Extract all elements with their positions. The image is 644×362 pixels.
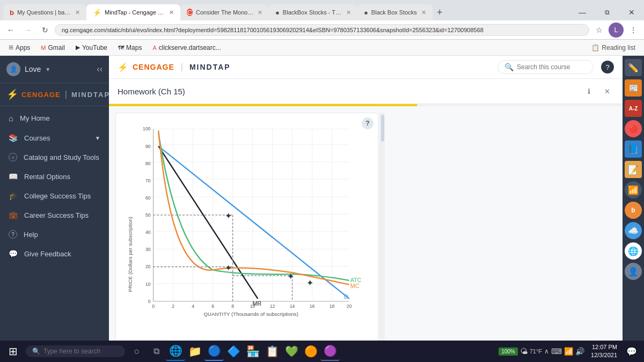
sidebar-collapse-button[interactable]: ‹‹ [97, 64, 103, 74]
tab-bartleby[interactable]: b My Questions | bartleby ✕ [3, 4, 86, 20]
right-icon-drive[interactable]: 🌐 [625, 242, 642, 260]
taskbar-explorer-icon[interactable]: 📁 [185, 342, 204, 361]
sidebar-item-college[interactable]: 🎓 College Success Tips [0, 186, 109, 205]
extensions-icon[interactable]: ⋮ [626, 23, 641, 38]
sidebar-career-label: Career Success Tips [24, 211, 89, 219]
tab-label-bartleby: My Questions | bartleby [17, 9, 72, 16]
tray-up-arrow[interactable]: ∧ [544, 348, 549, 355]
new-tab-button[interactable]: + [433, 5, 447, 20]
tab-close-blackbox1[interactable]: ✕ [346, 9, 351, 16]
bookmark-youtube[interactable]: ▶ YouTube [71, 43, 112, 53]
tab-mindtap[interactable]: ⚡ MindTap - Cengage Learning ✕ [86, 4, 180, 20]
taskbar-app1-icon[interactable]: 📋 [262, 342, 282, 361]
tab-icon-blackbox2: ● [364, 9, 368, 17]
tab-blackbox1[interactable]: ● BlackBox Stocks - The Most ✕ [269, 4, 357, 20]
right-icon-book[interactable]: 📘 [625, 141, 642, 158]
search-input[interactable] [517, 63, 587, 71]
mindtap-logo-text: MINDTAP [71, 91, 109, 99]
taskbar-store-icon[interactable]: 🏪 [243, 342, 262, 361]
home-icon: ⌂ [9, 114, 13, 123]
close-content-button[interactable]: ✕ [600, 84, 614, 98]
right-sidebar: ✏️ 📰 A-Z 🔴 📘 📝 📶 b ☁️ 🌐 👤 [623, 56, 644, 362]
scroll-indicator[interactable] [379, 113, 385, 356]
notification-button[interactable]: 💬 [624, 343, 640, 359]
sidebar-item-career[interactable]: 💼 Career Success Tips [0, 205, 109, 225]
close-button[interactable]: ✕ [619, 4, 644, 20]
tab-close-consider[interactable]: ✕ [258, 9, 262, 16]
bookmark-apps[interactable]: ⊞ Apps [4, 43, 34, 53]
mindtap-header-text: MINDTAP [189, 63, 231, 71]
sidebar-item-feedback[interactable]: 💬 Give Feedback [0, 244, 109, 263]
homework-title: Homework (Ch 15) [118, 87, 577, 96]
courses-chevron-icon: ▼ [95, 135, 100, 141]
x-axis-label: QUANTITY (Thousands of subscriptions) [203, 311, 298, 317]
network-icon[interactable]: 📶 [564, 347, 573, 356]
college-icon: 🎓 [9, 191, 18, 200]
tab-consider[interactable]: C Consider The Monopolistical ✕ [180, 4, 269, 20]
cortana-button[interactable]: ○ [127, 342, 147, 361]
taskbar-edge-icon[interactable]: 🌐 [166, 342, 185, 361]
x-tick-16: 16 [310, 304, 315, 309]
taskbar-chrome-icon[interactable]: 🔵 [204, 342, 224, 361]
bookmark-maps[interactable]: 🗺 Maps [114, 43, 146, 53]
taskbar-search-input[interactable] [43, 348, 119, 355]
keyboard-icon[interactable]: ⌨ [551, 347, 562, 356]
forward-button[interactable]: → [20, 23, 35, 38]
x-tick-8: 8 [231, 304, 234, 309]
tab-close-blackbox2[interactable]: ✕ [421, 9, 426, 16]
right-icon-cloud[interactable]: ☁️ [625, 222, 642, 239]
refresh-button[interactable]: ↻ [38, 23, 53, 38]
tab-close-bartleby[interactable]: ✕ [75, 9, 80, 16]
sidebar-user[interactable]: 👤 Love ▼ [6, 62, 50, 76]
right-icon-user[interactable]: 👤 [625, 263, 642, 280]
minimize-button[interactable]: — [570, 4, 595, 20]
bookmark-clickserve[interactable]: A clickserve.dartsearc... [148, 43, 225, 53]
right-icon-signal[interactable]: 📶 [625, 181, 642, 198]
taskbar-edge2-icon[interactable]: 🔷 [224, 342, 243, 361]
sidebar-rental-label: Rental Options [24, 173, 70, 181]
sidebar-item-help[interactable]: ? Help [0, 225, 109, 244]
taskbar-app3-icon[interactable]: 🟠 [301, 342, 320, 361]
tab-blackbox2[interactable]: ● Black Box Stocks ✕ [357, 4, 433, 20]
bookmark-gmail[interactable]: M Gmail [36, 43, 69, 53]
taskview-button[interactable]: ⧉ [147, 342, 166, 361]
restore-button[interactable]: ⧉ [595, 4, 619, 20]
right-icon-circle[interactable]: 🔴 [625, 120, 642, 137]
reading-list[interactable]: 📋 Reading list [587, 43, 640, 53]
y-tick-100: 100 [143, 126, 151, 131]
taskbar-app2-icon[interactable]: 💚 [282, 342, 301, 361]
sidebar-item-courses[interactable]: 📚 Courses ▼ [0, 128, 109, 147]
info-button[interactable]: ℹ [582, 84, 596, 98]
favorites-icon[interactable]: ☆ [591, 23, 606, 38]
user-name: Love [25, 65, 41, 73]
right-icon-pencil[interactable]: ✏️ [625, 59, 642, 76]
y-tick-50: 50 [145, 212, 151, 218]
start-button[interactable]: ⊞ [2, 341, 24, 362]
tab-icon-consider: C [187, 9, 193, 16]
right-icon-az[interactable]: A-Z [625, 100, 642, 117]
chart-help-button[interactable]: ? [362, 117, 374, 129]
help-circle-button[interactable]: ? [601, 61, 614, 73]
speaker-icon[interactable]: 🔊 [575, 347, 584, 356]
x-tick-12: 12 [270, 304, 275, 309]
taskbar-teams-icon[interactable]: 🟣 [320, 342, 340, 361]
taskbar-search-box[interactable]: 🔍 [26, 345, 125, 357]
tab-close-mindtap[interactable]: ✕ [169, 9, 174, 16]
sidebar-item-rental[interactable]: 📖 Rental Options [0, 167, 109, 186]
profile-icon[interactable]: L [609, 23, 624, 38]
back-button[interactable]: ← [3, 23, 18, 38]
demand-curve-label: D [344, 293, 348, 300]
user-chevron-icon: ▼ [45, 67, 50, 72]
x-tick-2: 2 [172, 304, 174, 309]
sidebar-item-catalog[interactable]: ○ Catalog and Study Tools [0, 147, 109, 167]
star-marker-2: ✦ [225, 263, 232, 272]
right-icon-orange[interactable]: b [625, 202, 642, 219]
sidebar-myhome-label: My Home [20, 114, 50, 122]
x-tick-18: 18 [330, 304, 335, 309]
address-bar[interactable]: ng.cengage.com/static/nb/ui/evo/index.ht… [55, 24, 589, 36]
right-icon-rss[interactable]: 📰 [625, 79, 642, 97]
y-tick-60: 60 [145, 195, 151, 201]
y-tick-90: 90 [145, 144, 151, 149]
right-icon-note[interactable]: 📝 [625, 161, 642, 178]
sidebar-item-myhome[interactable]: ⌂ My Home [0, 108, 109, 128]
